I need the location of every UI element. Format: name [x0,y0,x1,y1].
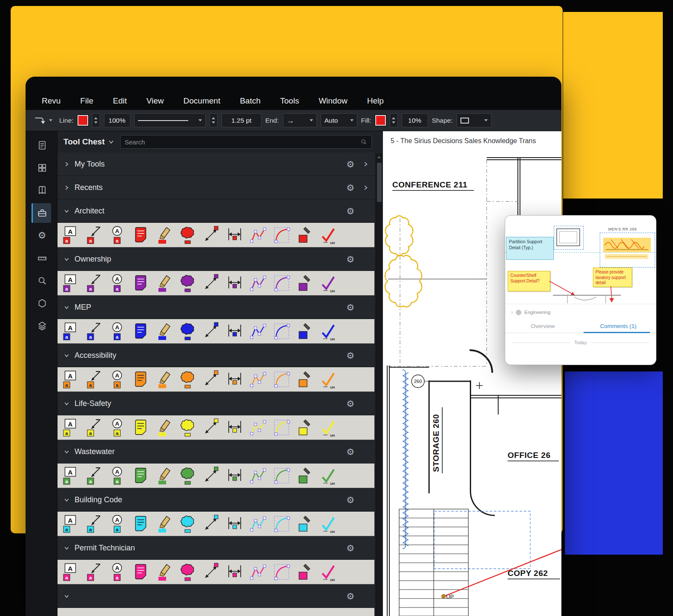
tool-circle-text-icon[interactable]: Aa [109,466,127,486]
menu-view[interactable]: View [147,96,164,106]
tool-dimension-icon[interactable] [202,370,220,389]
tool-dimension-icon[interactable] [202,418,220,438]
tool-caliper-icon[interactable] [226,466,244,486]
tool-dimension-icon[interactable] [202,514,220,534]
tool-filled-square-icon[interactable] [296,418,314,438]
gear-icon[interactable]: ⚙ [346,160,354,169]
partition-detail-callout[interactable]: Partition Support Detail (Typ.) [506,237,554,260]
section-header-life-safety[interactable]: Life-Safety⚙ [58,392,374,415]
tool-note-icon[interactable] [132,225,150,245]
tool-checkmark-icon[interactable]: UH [319,418,337,438]
line-opacity-stepper[interactable] [92,113,100,127]
tool-cloud-icon[interactable] [179,370,197,389]
tool-circle-text-icon[interactable]: Aa [109,225,127,245]
properties-gear-icon[interactable]: ⚙ [32,226,51,245]
tool-cloud-icon[interactable] [179,273,197,293]
tool-polyline-icon[interactable] [249,466,267,486]
tool-cloud-icon[interactable] [179,225,197,245]
tool-callout-icon[interactable]: a [85,322,103,341]
tool-caliper-icon[interactable] [226,562,244,582]
tool-polyline-icon[interactable] [249,322,267,341]
menu-document[interactable]: Document [184,96,221,106]
tool-polyline-icon[interactable] [249,514,267,534]
tool-callout-icon[interactable]: a [85,562,103,582]
layers-icon[interactable] [32,316,51,336]
section-header-building-code[interactable]: Building Code⚙ [58,488,374,512]
fill-color-swatch[interactable] [375,115,386,126]
tool-filled-square-icon[interactable] [296,225,314,245]
tool-checkmark-icon[interactable]: UH [319,562,337,582]
tool-highlighter-icon[interactable] [155,514,173,534]
tool-checkmark-icon[interactable]: UH [319,466,337,486]
gear-icon[interactable]: ⚙ [346,495,354,504]
tool-arc-icon[interactable] [273,562,290,582]
tool-filled-square-icon[interactable] [296,322,314,341]
scroll-up-icon[interactable] [376,153,382,162]
gear-icon[interactable]: ⚙ [346,447,354,456]
tool-highlighter-icon[interactable] [155,225,173,245]
section-header-architect[interactable]: Architect⚙ [58,199,374,223]
tool-text-box-icon[interactable]: Aa [62,418,80,438]
expand-more-icon[interactable] [360,160,371,169]
tool-highlighter-icon[interactable] [155,322,173,341]
tool-note-icon[interactable] [132,418,150,438]
tool-caliper-icon[interactable] [226,225,244,245]
menu-window[interactable]: Window [319,96,348,106]
tool-checkmark-icon[interactable]: UH [319,370,337,389]
tool-text-box-icon[interactable]: Aa [62,225,80,245]
tool-dimension-icon[interactable] [202,273,220,293]
gear-icon[interactable]: ⚙ [346,183,354,192]
tool-mode-button[interactable] [31,113,55,128]
tool-arc-icon[interactable] [273,514,290,534]
tool-caliper-icon[interactable] [226,418,244,438]
tool-arc-icon[interactable] [273,225,290,245]
tool-filled-square-icon[interactable] [296,466,314,486]
tool-caliper-icon[interactable] [226,514,244,534]
tool-dimension-icon[interactable] [202,322,220,341]
section-header-my-tools[interactable]: My Tools⚙ [58,153,374,176]
tool-text-box-icon[interactable]: Aa [62,273,80,293]
line-color-swatch[interactable] [78,115,88,126]
gear-icon[interactable]: ⚙ [346,544,354,553]
tool-note-icon[interactable] [132,370,150,389]
section-header-mep[interactable]: MEP⚙ [58,296,374,319]
menu-batch[interactable]: Batch [240,96,261,106]
tool-polyline-icon[interactable] [249,273,267,293]
tool-dimension-icon[interactable] [202,225,220,245]
tool-circle-text-icon[interactable]: Aa [109,418,127,438]
tool-cloud-icon[interactable] [179,562,197,582]
tool-polyline-icon[interactable] [249,418,267,438]
tool-highlighter-icon[interactable] [155,562,173,582]
selection-rect[interactable] [434,511,530,569]
tool-checkmark-icon[interactable]: UH [319,514,337,534]
search-box[interactable] [120,135,372,149]
line-opacity-field[interactable]: 100% [104,113,130,127]
tool-dimension-icon[interactable] [202,466,220,486]
tool-cloud-icon[interactable] [179,514,197,534]
tool-arc-icon[interactable] [273,370,290,389]
tool-callout-icon[interactable]: a [85,466,103,486]
tool-text-box-icon[interactable]: Aa [62,466,80,486]
tab-comments[interactable]: Comments (1) [581,320,656,333]
tool-cloud-icon[interactable] [179,322,197,341]
document-tab[interactable]: 5 - The Sirius Decisions Sales Knowledge… [383,131,561,150]
tool-callout-icon[interactable]: a [85,370,103,389]
line-width-field[interactable]: 1.25 pt [221,113,262,127]
tool-circle-text-icon[interactable]: Aa [109,370,127,389]
tool-polyline-icon[interactable] [249,562,267,582]
tool-filled-square-icon[interactable] [296,514,314,534]
tool-callout-icon[interactable]: a [85,514,103,534]
gear-icon[interactable]: ⚙ [346,399,354,408]
revision-cloud[interactable] [385,256,422,307]
tool-checkmark-icon[interactable]: UH [319,322,337,341]
expand-more-icon[interactable] [360,183,371,192]
gear-icon[interactable]: ⚙ [346,303,354,312]
tool-cloud-icon[interactable] [179,466,197,486]
gear-icon[interactable]: ⚙ [346,592,354,601]
gear-icon[interactable]: ⚙ [346,255,354,264]
cloud-line-annotation[interactable] [403,370,406,549]
search-icon[interactable] [32,271,51,291]
tool-callout-icon[interactable]: a [85,273,103,293]
line-style-combo[interactable] [134,113,206,127]
tool-circle-text-icon[interactable]: Aa [109,562,127,582]
